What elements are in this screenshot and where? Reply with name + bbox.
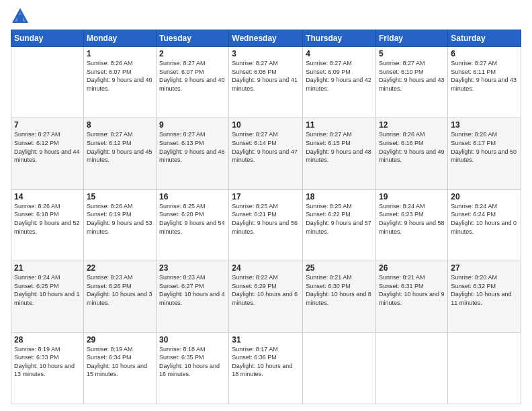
day-number: 6: [451, 49, 518, 58]
day-info: Sunrise: 8:27 AMSunset: 6:13 PMDaylight:…: [159, 130, 226, 164]
day-info: Sunrise: 8:24 AMSunset: 6:25 PMDaylight:…: [14, 273, 81, 307]
calendar-cell: 6Sunrise: 8:27 AMSunset: 6:11 PMDaylight…: [448, 47, 521, 118]
day-number: 13: [451, 120, 518, 130]
calendar-week-row: 21Sunrise: 8:24 AMSunset: 6:25 PMDayligh…: [11, 261, 521, 332]
calendar-cell: [376, 332, 448, 404]
calendar-cell: 28Sunrise: 8:19 AMSunset: 6:33 PMDayligh…: [11, 332, 84, 404]
calendar-cell: 9Sunrise: 8:27 AMSunset: 6:13 PMDaylight…: [157, 118, 229, 189]
calendar-cell: 26Sunrise: 8:21 AMSunset: 6:31 PMDayligh…: [376, 261, 448, 332]
calendar-cell: 13Sunrise: 8:26 AMSunset: 6:17 PMDayligh…: [448, 118, 521, 189]
day-info: Sunrise: 8:26 AMSunset: 6:16 PMDaylight:…: [379, 130, 445, 164]
day-number: 22: [87, 263, 153, 273]
calendar-cell: 2Sunrise: 8:27 AMSunset: 6:07 PMDaylight…: [157, 47, 229, 118]
day-info: Sunrise: 8:23 AMSunset: 6:26 PMDaylight:…: [87, 273, 153, 307]
day-info: Sunrise: 8:25 AMSunset: 6:22 PMDaylight:…: [306, 202, 373, 236]
day-info: Sunrise: 8:21 AMSunset: 6:31 PMDaylight:…: [379, 273, 445, 307]
day-info: Sunrise: 8:27 AMSunset: 6:10 PMDaylight:…: [379, 59, 445, 93]
day-number: 25: [306, 263, 373, 273]
calendar-cell: 24Sunrise: 8:22 AMSunset: 6:29 PMDayligh…: [229, 261, 303, 332]
day-info: Sunrise: 8:19 AMSunset: 6:33 PMDaylight:…: [14, 345, 81, 379]
day-info: Sunrise: 8:26 AMSunset: 6:07 PMDaylight:…: [87, 59, 153, 93]
calendar-cell: 8Sunrise: 8:27 AMSunset: 6:12 PMDaylight…: [83, 118, 156, 189]
day-number: 4: [306, 49, 373, 58]
calendar-cell: 15Sunrise: 8:26 AMSunset: 6:19 PMDayligh…: [83, 189, 156, 261]
day-number: 9: [159, 120, 226, 130]
svg-rect-2: [17, 15, 23, 21]
calendar-table: SundayMondayTuesdayWednesdayThursdayFrid…: [11, 30, 521, 404]
day-info: Sunrise: 8:25 AMSunset: 6:20 PMDaylight:…: [159, 202, 226, 236]
calendar-cell: 23Sunrise: 8:23 AMSunset: 6:27 PMDayligh…: [157, 261, 229, 332]
day-number: 12: [379, 120, 445, 130]
calendar-cell: 4Sunrise: 8:27 AMSunset: 6:09 PMDaylight…: [303, 47, 376, 118]
calendar-cell: [448, 332, 521, 404]
day-number: 18: [306, 192, 373, 201]
calendar-cell: 27Sunrise: 8:20 AMSunset: 6:32 PMDayligh…: [448, 261, 521, 332]
day-number: 26: [379, 263, 445, 273]
day-info: Sunrise: 8:22 AMSunset: 6:29 PMDaylight:…: [232, 273, 300, 307]
day-info: Sunrise: 8:24 AMSunset: 6:23 PMDaylight:…: [379, 202, 445, 236]
day-info: Sunrise: 8:26 AMSunset: 6:18 PMDaylight:…: [14, 202, 81, 236]
day-info: Sunrise: 8:27 AMSunset: 6:07 PMDaylight:…: [159, 59, 226, 93]
day-number: 20: [451, 192, 518, 201]
calendar-cell: 7Sunrise: 8:27 AMSunset: 6:12 PMDaylight…: [11, 118, 84, 189]
calendar-week-row: 28Sunrise: 8:19 AMSunset: 6:33 PMDayligh…: [11, 332, 521, 404]
page: SundayMondayTuesdayWednesdayThursdayFrid…: [0, 0, 532, 411]
col-header-friday: Friday: [376, 30, 448, 47]
calendar-cell: 16Sunrise: 8:25 AMSunset: 6:20 PMDayligh…: [157, 189, 229, 261]
day-number: 31: [232, 335, 300, 345]
day-number: 8: [87, 120, 153, 130]
calendar-cell: 3Sunrise: 8:27 AMSunset: 6:08 PMDaylight…: [229, 47, 303, 118]
day-info: Sunrise: 8:18 AMSunset: 6:35 PMDaylight:…: [159, 345, 226, 379]
day-info: Sunrise: 8:20 AMSunset: 6:32 PMDaylight:…: [451, 273, 518, 307]
header: [11, 7, 521, 26]
calendar-cell: 25Sunrise: 8:21 AMSunset: 6:30 PMDayligh…: [303, 261, 376, 332]
day-number: 17: [232, 192, 300, 201]
day-number: 23: [159, 263, 226, 273]
calendar-cell: 1Sunrise: 8:26 AMSunset: 6:07 PMDaylight…: [83, 47, 156, 118]
day-number: 10: [232, 120, 300, 130]
col-header-sunday: Sunday: [11, 30, 84, 47]
calendar-cell: 10Sunrise: 8:27 AMSunset: 6:14 PMDayligh…: [229, 118, 303, 189]
day-info: Sunrise: 8:27 AMSunset: 6:12 PMDaylight:…: [14, 130, 81, 164]
logo: [11, 7, 32, 26]
day-number: 14: [14, 192, 81, 201]
day-number: 24: [232, 263, 300, 273]
calendar-week-row: 1Sunrise: 8:26 AMSunset: 6:07 PMDaylight…: [11, 47, 521, 118]
calendar-cell: 30Sunrise: 8:18 AMSunset: 6:35 PMDayligh…: [157, 332, 229, 404]
day-number: 27: [451, 263, 518, 273]
day-number: 1: [87, 49, 153, 58]
calendar-cell: 5Sunrise: 8:27 AMSunset: 6:10 PMDaylight…: [376, 47, 448, 118]
calendar-cell: 12Sunrise: 8:26 AMSunset: 6:16 PMDayligh…: [376, 118, 448, 189]
day-number: 30: [159, 335, 226, 345]
calendar-cell: 11Sunrise: 8:27 AMSunset: 6:15 PMDayligh…: [303, 118, 376, 189]
calendar-cell: 31Sunrise: 8:17 AMSunset: 6:36 PMDayligh…: [229, 332, 303, 404]
day-number: 11: [306, 120, 373, 130]
col-header-saturday: Saturday: [448, 30, 521, 47]
day-number: 29: [87, 335, 153, 345]
day-info: Sunrise: 8:17 AMSunset: 6:36 PMDaylight:…: [232, 345, 300, 379]
calendar-cell: 18Sunrise: 8:25 AMSunset: 6:22 PMDayligh…: [303, 189, 376, 261]
col-header-monday: Monday: [83, 30, 156, 47]
logo-icon: [11, 7, 30, 26]
calendar-cell: 29Sunrise: 8:19 AMSunset: 6:34 PMDayligh…: [83, 332, 156, 404]
calendar-cell: [11, 47, 84, 118]
calendar-week-row: 14Sunrise: 8:26 AMSunset: 6:18 PMDayligh…: [11, 189, 521, 261]
day-info: Sunrise: 8:27 AMSunset: 6:14 PMDaylight:…: [232, 130, 300, 164]
calendar-cell: 20Sunrise: 8:24 AMSunset: 6:24 PMDayligh…: [448, 189, 521, 261]
day-number: 3: [232, 49, 300, 58]
day-number: 2: [159, 49, 226, 58]
day-number: 21: [14, 263, 81, 273]
day-number: 16: [159, 192, 226, 201]
calendar-cell: 19Sunrise: 8:24 AMSunset: 6:23 PMDayligh…: [376, 189, 448, 261]
calendar-week-row: 7Sunrise: 8:27 AMSunset: 6:12 PMDaylight…: [11, 118, 521, 189]
col-header-thursday: Thursday: [303, 30, 376, 47]
calendar-cell: 22Sunrise: 8:23 AMSunset: 6:26 PMDayligh…: [83, 261, 156, 332]
day-number: 28: [14, 335, 81, 345]
day-info: Sunrise: 8:26 AMSunset: 6:19 PMDaylight:…: [87, 202, 153, 236]
day-info: Sunrise: 8:27 AMSunset: 6:15 PMDaylight:…: [306, 130, 373, 164]
day-info: Sunrise: 8:27 AMSunset: 6:12 PMDaylight:…: [87, 130, 153, 164]
day-info: Sunrise: 8:23 AMSunset: 6:27 PMDaylight:…: [159, 273, 226, 307]
calendar-cell: 17Sunrise: 8:25 AMSunset: 6:21 PMDayligh…: [229, 189, 303, 261]
day-number: 5: [379, 49, 445, 58]
col-header-tuesday: Tuesday: [157, 30, 229, 47]
